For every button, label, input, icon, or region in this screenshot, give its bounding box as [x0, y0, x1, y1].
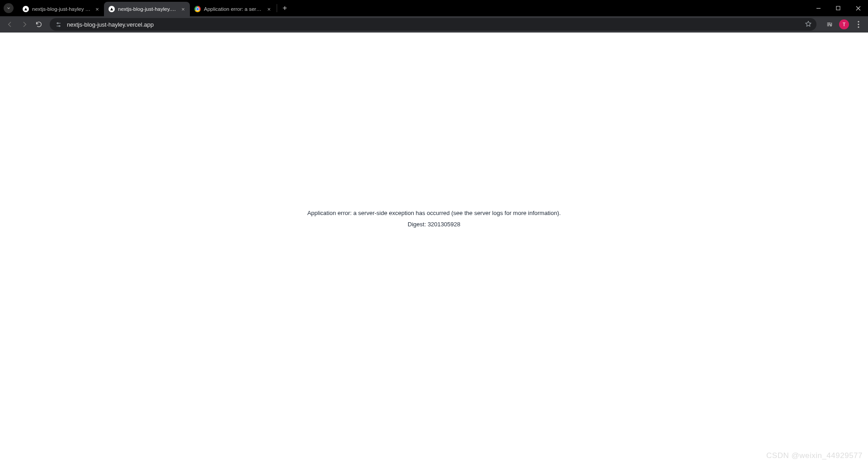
- chevron-down-icon: [6, 6, 11, 10]
- minimize-button[interactable]: [808, 0, 828, 16]
- vercel-icon: [108, 6, 115, 12]
- window-controls: [808, 0, 868, 16]
- tab-app-active[interactable]: nextjs-blog-just-hayley.vercel.a ×: [104, 2, 190, 16]
- svg-rect-1: [836, 6, 840, 10]
- tab-title: nextjs-blog-just-hayley – Deplo: [32, 6, 91, 12]
- tab-error[interactable]: Application error: a server-side ×: [190, 2, 276, 16]
- bookmark-button[interactable]: [805, 20, 812, 29]
- media-control-button[interactable]: [824, 19, 835, 30]
- back-button[interactable]: [4, 18, 16, 31]
- close-icon: [856, 6, 861, 11]
- close-icon[interactable]: ×: [94, 6, 100, 12]
- tab-title: nextjs-blog-just-hayley.vercel.a: [118, 6, 177, 12]
- arrow-right-icon: [21, 21, 28, 28]
- avatar-initial: T: [843, 22, 846, 27]
- minimize-icon: [816, 6, 821, 11]
- svg-point-9: [858, 23, 859, 25]
- close-icon[interactable]: ×: [180, 6, 186, 12]
- browser-titlebar: nextjs-blog-just-hayley – Deplo × nextjs…: [0, 0, 868, 16]
- new-tab-button[interactable]: +: [278, 4, 292, 13]
- arrow-left-icon: [6, 21, 14, 28]
- reload-icon: [35, 21, 42, 28]
- page-content: Application error: a server-side excepti…: [0, 33, 868, 463]
- tab-separator: [277, 4, 277, 12]
- vercel-icon: [23, 6, 29, 12]
- tune-icon: [55, 21, 62, 28]
- address-bar[interactable]: nextjs-blog-just-hayley.vercel.app: [50, 18, 816, 31]
- chrome-menu-button[interactable]: [853, 19, 864, 30]
- tab-title: Application error: a server-side: [204, 6, 263, 12]
- music-note-icon: [826, 20, 834, 28]
- url-text: nextjs-blog-just-hayley.vercel.app: [67, 21, 800, 28]
- chrome-icon: [194, 6, 201, 12]
- browser-toolbar: nextjs-blog-just-hayley.vercel.app T: [0, 16, 868, 33]
- site-info-button[interactable]: [54, 20, 62, 28]
- reload-button[interactable]: [33, 18, 45, 31]
- svg-point-8: [858, 21, 859, 22]
- close-window-button[interactable]: [848, 0, 868, 16]
- profile-avatar[interactable]: T: [839, 19, 849, 29]
- forward-button[interactable]: [18, 18, 31, 31]
- toolbar-actions: T: [821, 19, 864, 30]
- tab-deployments[interactable]: nextjs-blog-just-hayley – Deplo ×: [18, 2, 104, 16]
- svg-point-5: [57, 23, 58, 24]
- error-digest: Digest: 3201305928: [408, 221, 460, 228]
- tab-strip: nextjs-blog-just-hayley – Deplo × nextjs…: [18, 0, 292, 16]
- close-icon[interactable]: ×: [266, 6, 272, 12]
- error-message: Application error: a server-side excepti…: [307, 210, 561, 216]
- maximize-button[interactable]: [828, 0, 848, 16]
- watermark: CSDN @weixin_44929577: [766, 451, 863, 460]
- kebab-icon: [858, 21, 859, 28]
- search-tabs-button[interactable]: [4, 3, 14, 13]
- maximize-icon: [836, 6, 840, 10]
- star-icon: [805, 20, 812, 28]
- svg-point-10: [858, 26, 859, 28]
- svg-point-7: [59, 25, 60, 27]
